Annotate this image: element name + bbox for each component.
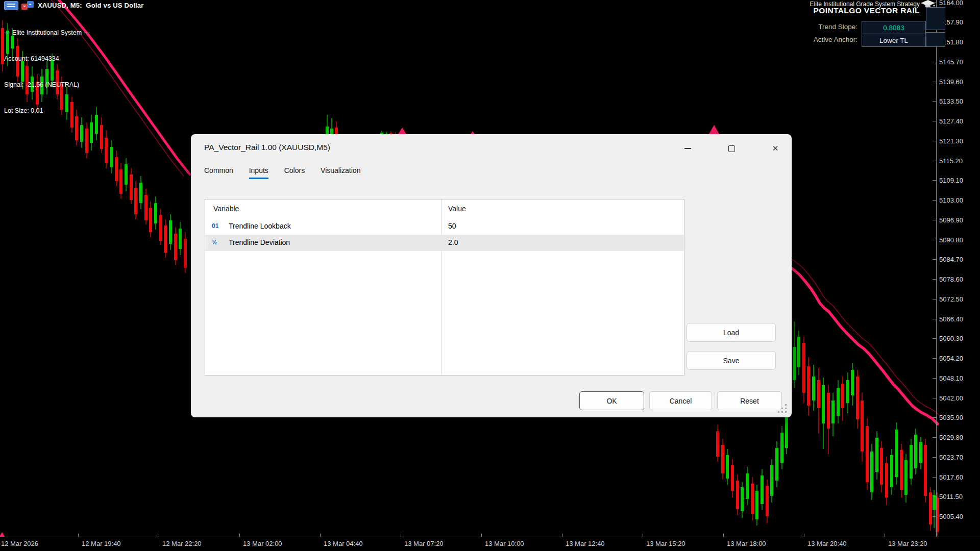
svg-text:5133.50: 5133.50 — [939, 97, 963, 105]
overlay-lotsize-line: Lot Size: 0.01 — [4, 107, 144, 115]
svg-text:5096.90: 5096.90 — [939, 216, 963, 224]
svg-text:13 Mar 20:40: 13 Mar 20:40 — [807, 540, 847, 547]
svg-text:5060.30: 5060.30 — [939, 335, 963, 342]
maximize-icon — [728, 145, 735, 152]
dialog-title[interactable]: PA_Vector_Rail 1.00 (XAUUSD,M5) — [204, 143, 330, 152]
svg-text:12 Mar 2026: 12 Mar 2026 — [1, 540, 38, 547]
svg-text:5121.30: 5121.30 — [939, 137, 963, 145]
svg-text:5023.70: 5023.70 — [939, 454, 963, 461]
tab-common[interactable]: Common — [204, 166, 233, 178]
table-row[interactable]: ½ Trendline Deviation 2.0 — [205, 235, 684, 251]
svg-text:13 Mar 23:20: 13 Mar 23:20 — [888, 540, 927, 547]
svg-text:5072.50: 5072.50 — [939, 295, 963, 303]
overlay-account-line: Account: 61494334 — [4, 55, 144, 63]
svg-text:13 Mar 10:00: 13 Mar 10:00 — [485, 540, 524, 547]
svg-text:5090.80: 5090.80 — [939, 236, 963, 244]
table-header: Variable Value — [205, 199, 684, 218]
svg-text:5078.60: 5078.60 — [939, 276, 963, 283]
header-variable: Variable — [213, 205, 239, 213]
svg-text:5017.60: 5017.60 — [939, 473, 963, 481]
maximize-button[interactable] — [724, 141, 739, 156]
svg-text:13 Mar 07:20: 13 Mar 07:20 — [404, 540, 444, 547]
svg-text:5157.90: 5157.90 — [939, 18, 963, 26]
chart-list-icon[interactable] — [4, 1, 18, 10]
double-type-icon: ½ — [212, 239, 225, 246]
svg-text:5103.00: 5103.00 — [939, 196, 963, 204]
tab-colors[interactable]: Colors — [284, 166, 305, 178]
param-name: Trendline Lookback — [229, 222, 291, 230]
symbol-title: XAUUSD, M5: Gold vs US Dollar — [38, 2, 144, 9]
svg-text:5042.00: 5042.00 — [939, 394, 963, 402]
svg-text:5164.00: 5164.00 — [939, 0, 963, 7]
svg-text:5005.40: 5005.40 — [939, 513, 963, 520]
svg-text:5127.40: 5127.40 — [939, 117, 963, 125]
inputs-table: Variable Value 01 Trendline Lookback 50 … — [205, 199, 684, 375]
svg-text:5139.60: 5139.60 — [939, 78, 963, 86]
svg-text:12 Mar 19:40: 12 Mar 19:40 — [82, 540, 121, 547]
svg-text:5066.40: 5066.40 — [939, 315, 963, 323]
param-value[interactable]: 2.0 — [448, 238, 458, 246]
svg-text:13 Mar 18:00: 13 Mar 18:00 — [727, 540, 766, 547]
svg-text:12 Mar 22:20: 12 Mar 22:20 — [162, 540, 202, 547]
one-click-trading-icon[interactable] — [21, 1, 35, 10]
minimize-button[interactable] — [680, 141, 695, 156]
ok-button[interactable]: OK — [579, 391, 644, 410]
param-name: Trendline Deviation — [229, 238, 290, 246]
svg-text:5035.90: 5035.90 — [939, 414, 963, 421]
save-button[interactable]: Save — [687, 351, 776, 370]
header-value: Value — [448, 205, 466, 213]
mt5-screen: 5164.005157.905151.805145.705139.605133.… — [0, 0, 980, 551]
overlay-signal-line: Signal: -21.56 (NEUTRAL) — [4, 81, 144, 89]
param-value[interactable]: 50 — [448, 222, 456, 230]
svg-text:5029.80: 5029.80 — [939, 434, 963, 441]
table-row[interactable]: 01 Trendline Lookback 50 — [205, 218, 684, 235]
svg-text:13 Mar 04:40: 13 Mar 04:40 — [324, 540, 363, 547]
integer-type-icon: 01 — [212, 222, 225, 230]
svg-text:13 Mar 02:00: 13 Mar 02:00 — [243, 540, 282, 547]
chart-info-overlay: XAUUSD, M5: Gold vs US Dollar --- Elite … — [4, 1, 144, 133]
svg-text:5048.10: 5048.10 — [939, 374, 963, 382]
svg-text:5084.70: 5084.70 — [939, 256, 963, 263]
dialog-tabs: Common Inputs Colors Visualization — [204, 166, 374, 179]
load-button[interactable]: Load — [687, 323, 776, 342]
indicator-properties-dialog: PA_Vector_Rail 1.00 (XAUUSD,M5) ✕ Common… — [191, 134, 792, 417]
svg-text:13 Mar 15:20: 13 Mar 15:20 — [646, 540, 685, 547]
svg-text:5151.80: 5151.80 — [939, 38, 963, 46]
overlay-system-line: --- Elite Institutional System --- — [4, 29, 144, 37]
svg-text:5145.70: 5145.70 — [939, 58, 963, 66]
svg-text:13 Mar 12:40: 13 Mar 12:40 — [566, 540, 605, 547]
svg-text:5115.20: 5115.20 — [939, 157, 963, 165]
svg-text:5054.20: 5054.20 — [939, 355, 963, 362]
cancel-button[interactable]: Cancel — [649, 391, 712, 410]
minimize-icon — [684, 148, 691, 149]
resize-grip[interactable] — [785, 411, 787, 413]
tab-inputs[interactable]: Inputs — [249, 166, 268, 179]
tab-visualization[interactable]: Visualization — [321, 166, 360, 178]
svg-text:5109.10: 5109.10 — [939, 177, 963, 184]
svg-text:5011.50: 5011.50 — [939, 493, 963, 500]
reset-button[interactable]: Reset — [717, 391, 782, 410]
close-button[interactable]: ✕ — [768, 141, 783, 156]
